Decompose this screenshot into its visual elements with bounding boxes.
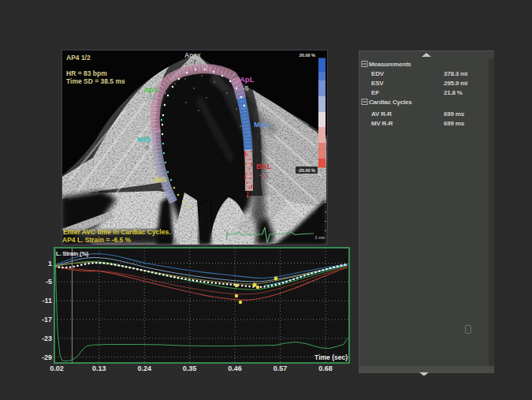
svg-text:0.24: 0.24	[137, 364, 151, 372]
svg-text:Measurements: Measurements	[369, 61, 411, 68]
svg-text:-4: -4	[161, 184, 167, 192]
svg-text:1: 1	[48, 260, 52, 267]
svg-text:Cardiac Cycles: Cardiac Cycles	[369, 99, 412, 106]
svg-text:1 cm: 1 cm	[314, 235, 325, 240]
svg-text:ESV: ESV	[371, 80, 384, 87]
svg-text:0.35: 0.35	[183, 364, 197, 372]
svg-text:-6: -6	[260, 129, 266, 137]
svg-text:-20.00 %: -20.00 %	[298, 168, 315, 173]
svg-text:0.13: 0.13	[92, 364, 106, 372]
svg-text:-6: -6	[143, 144, 150, 151]
svg-text:AV R-R: AV R-R	[371, 110, 392, 118]
svg-text:Time SD = 38.5 ms: Time SD = 38.5 ms	[66, 77, 125, 85]
svg-text:-29: -29	[42, 353, 52, 361]
svg-text:-23: -23	[42, 335, 52, 342]
svg-text:-11: -11	[259, 171, 269, 179]
svg-text:MAL: MAL	[254, 120, 270, 129]
svg-text:0.68: 0.68	[318, 364, 333, 372]
svg-text:-11: -11	[42, 297, 52, 305]
svg-text:295.9 ml: 295.9 ml	[444, 80, 467, 87]
svg-text:MV R-R: MV R-R	[371, 120, 393, 127]
svg-text:0.57: 0.57	[273, 364, 288, 372]
svg-text:378.3 ml: 378.3 ml	[444, 70, 467, 77]
svg-text:0.02: 0.02	[50, 364, 64, 372]
svg-text:20.00 %: 20.00 %	[299, 53, 315, 58]
svg-text:MIS: MIS	[137, 135, 151, 144]
svg-text:BAL: BAL	[256, 162, 272, 170]
svg-text:699 ms: 699 ms	[444, 110, 465, 118]
svg-text:-7: -7	[191, 58, 197, 65]
svg-text:699 ms: 699 ms	[444, 120, 465, 127]
svg-text:L. Strain (%): L. Strain (%)	[56, 250, 89, 257]
svg-text:HR = 83 bpm: HR = 83 bpm	[66, 69, 107, 77]
svg-text:0.46: 0.46	[228, 364, 242, 372]
svg-text:-5: -5	[46, 278, 52, 286]
svg-text:-10: -10	[147, 93, 157, 101]
svg-text:ApL: ApL	[240, 75, 255, 84]
svg-text:Enter AVC time in Cardiac Cycl: Enter AVC time in Cardiac Cycles.	[63, 228, 171, 236]
svg-text:Time (sec): Time (sec)	[314, 353, 348, 361]
svg-text:-17: -17	[42, 316, 52, 323]
svg-text:EDV: EDV	[371, 70, 385, 77]
svg-text:EF: EF	[371, 89, 379, 96]
svg-text:AP4 1/2: AP4 1/2	[66, 54, 91, 62]
svg-text:-5: -5	[243, 84, 249, 92]
svg-text:BIS: BIS	[154, 175, 167, 184]
svg-text:21.8 %: 21.8 %	[444, 89, 463, 96]
